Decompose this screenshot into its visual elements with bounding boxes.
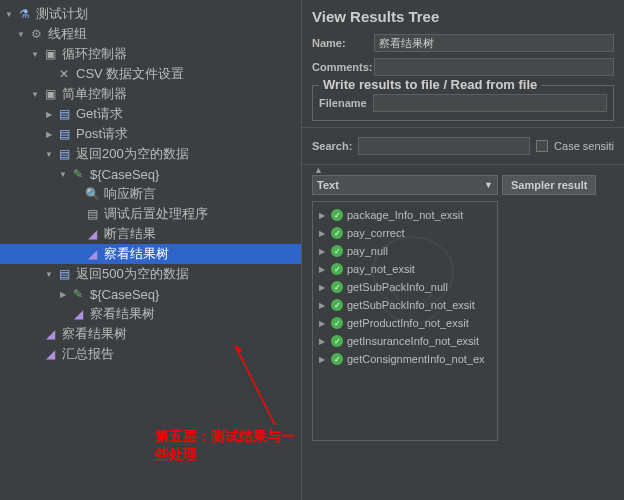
success-icon: ✓ xyxy=(331,227,343,239)
tree-csv-config[interactable]: ✕CSV 数据文件设置 xyxy=(0,64,301,84)
expand-icon: ▶ xyxy=(319,247,327,256)
annotation-text: 第五层：测试结果与一些处理 xyxy=(155,428,301,464)
panel-title: View Results Tree xyxy=(302,0,624,31)
tree-root[interactable]: ⚗测试计划 xyxy=(0,4,301,24)
tree-response-assertion[interactable]: 🔍响应断言 xyxy=(0,184,301,204)
page-icon: ▤ xyxy=(56,126,72,142)
pencil-icon: ✎ xyxy=(70,286,86,302)
tree-assertion-results[interactable]: ◢断言结果 xyxy=(0,224,301,244)
search-input[interactable] xyxy=(358,137,530,155)
success-icon: ✓ xyxy=(331,317,343,329)
success-icon: ✓ xyxy=(331,209,343,221)
expand-icon: ▶ xyxy=(319,229,327,238)
case-label: Case sensiti xyxy=(554,140,614,152)
page-icon: ▤ xyxy=(56,146,72,162)
flask-icon: ⚗ xyxy=(16,6,32,22)
tree-caseseq-2[interactable]: ✎${CaseSeq} xyxy=(0,284,301,304)
expand-icon: ▶ xyxy=(319,283,327,292)
success-icon: ✓ xyxy=(331,281,343,293)
results-list: ▶✓package_Info_not_exsit▶✓pay_correct▶✓p… xyxy=(312,201,498,441)
page-icon: ▤ xyxy=(56,106,72,122)
search-label: Search: xyxy=(312,140,352,152)
watermark xyxy=(353,222,473,362)
sampler-result-tab[interactable]: Sampler result xyxy=(502,175,596,195)
chart-icon: ◢ xyxy=(42,346,58,362)
expand-icon: ▶ xyxy=(319,319,327,328)
tree-simple-controller[interactable]: ▣简单控制器 xyxy=(0,84,301,104)
renderer-combo[interactable]: Text ▼ xyxy=(312,175,498,195)
tree-return500[interactable]: ▤返回500为空的数据 xyxy=(0,264,301,284)
chart-icon: ◢ xyxy=(42,326,58,342)
tree-return200[interactable]: ▤返回200为空的数据 xyxy=(0,144,301,164)
svg-point-2 xyxy=(373,237,453,307)
chart-icon: ◢ xyxy=(84,226,100,242)
tree-loop-controller[interactable]: ▣循环控制器 xyxy=(0,44,301,64)
expand-icon: ▶ xyxy=(319,211,327,220)
chart-icon: ◢ xyxy=(84,246,100,262)
search-icon: 🔍 xyxy=(84,186,100,202)
name-input[interactable] xyxy=(374,34,614,52)
pencil-icon: ✎ xyxy=(70,166,86,182)
filename-label: Filename xyxy=(319,97,373,109)
name-label: Name: xyxy=(312,37,374,49)
page-icon: ▤ xyxy=(56,266,72,282)
filename-input[interactable] xyxy=(373,94,607,112)
tree-view-results-1[interactable]: ◢察看结果树 xyxy=(0,244,301,264)
tree-summary-report[interactable]: ◢汇总报告 xyxy=(0,344,301,364)
tree-postprocessor[interactable]: ▤调试后置处理程序 xyxy=(0,204,301,224)
file-fieldset: Write results to file / Read from file F… xyxy=(312,85,614,121)
success-icon: ✓ xyxy=(331,299,343,311)
expand-icon: ▶ xyxy=(319,337,327,346)
tree-thread-group[interactable]: ⚙线程组 xyxy=(0,24,301,44)
tree-view-results-2[interactable]: ◢察看结果树 xyxy=(0,304,301,324)
chevron-down-icon: ▼ xyxy=(484,180,493,190)
doc-icon: ▤ xyxy=(84,206,100,222)
success-icon: ✓ xyxy=(331,353,343,365)
tree-caseseq-1[interactable]: ✎${CaseSeq} xyxy=(0,164,301,184)
collapse-icon[interactable]: ▲ xyxy=(314,165,323,175)
tree-post-request[interactable]: ▤Post请求 xyxy=(0,124,301,144)
test-plan-tree: ⚗测试计划 ⚙线程组 ▣循环控制器 ✕CSV 数据文件设置 ▣简单控制器 ▤Ge… xyxy=(0,0,301,368)
folder-icon: ▣ xyxy=(42,46,58,62)
tree-get-request[interactable]: ▤Get请求 xyxy=(0,104,301,124)
success-icon: ✓ xyxy=(331,263,343,275)
folder-icon: ▣ xyxy=(42,86,58,102)
comments-label: Comments: xyxy=(312,61,374,73)
tree-view-results-3[interactable]: ◢察看结果树 xyxy=(0,324,301,344)
wrench-icon: ✕ xyxy=(56,66,72,82)
comments-input[interactable] xyxy=(374,58,614,76)
case-checkbox[interactable] xyxy=(536,140,548,152)
chart-icon: ◢ xyxy=(70,306,86,322)
expand-icon: ▶ xyxy=(319,301,327,310)
success-icon: ✓ xyxy=(331,335,343,347)
gear-icon: ⚙ xyxy=(28,26,44,42)
expand-icon: ▶ xyxy=(319,355,327,364)
success-icon: ✓ xyxy=(331,245,343,257)
expand-icon: ▶ xyxy=(319,265,327,274)
